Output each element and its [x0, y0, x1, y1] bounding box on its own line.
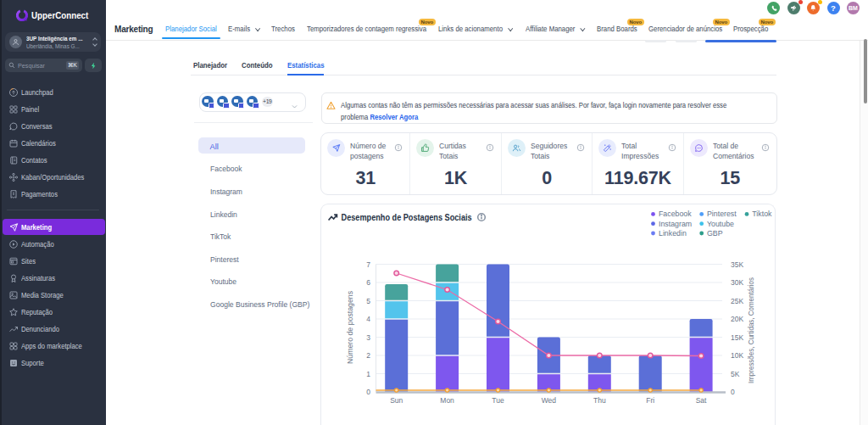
svg-text:5K: 5K [731, 370, 740, 378]
svg-text:7: 7 [366, 260, 370, 269]
svg-text:30K: 30K [731, 278, 743, 287]
svg-text:25K: 25K [731, 297, 743, 305]
svg-text:5: 5 [366, 297, 370, 305]
svg-text:Tue: Tue [492, 396, 504, 405]
svg-text:Pinterest: Pinterest [707, 210, 737, 218]
svg-text:Fri: Fri [646, 396, 654, 405]
svg-text:20K: 20K [731, 315, 743, 323]
svg-text:Linkedin: Linkedin [659, 229, 687, 238]
svg-text:15K: 15K [731, 333, 743, 342]
svg-text:GBP: GBP [707, 229, 723, 238]
svg-text:1: 1 [366, 370, 370, 378]
svg-text:Thu: Thu [593, 396, 606, 405]
svg-text:Instagram: Instagram [659, 220, 692, 228]
svg-text:4: 4 [366, 315, 370, 323]
svg-text:Facebook: Facebook [659, 210, 692, 218]
svg-text:Número de postagens: Número de postagens [346, 290, 354, 364]
svg-text:6: 6 [366, 278, 370, 287]
svg-text:Youtube: Youtube [707, 220, 734, 228]
svg-text:Tiktok: Tiktok [752, 210, 772, 218]
svg-text:0: 0 [366, 388, 370, 396]
svg-text:Impressões, Curtidas, Comentár: Impressões, Curtidas, Comentários [747, 277, 755, 383]
svg-text:Mon: Mon [440, 396, 454, 405]
svg-text:2: 2 [366, 351, 370, 360]
svg-text:Sat: Sat [696, 396, 707, 405]
svg-text:Wed: Wed [542, 396, 557, 405]
svg-text:3: 3 [366, 333, 370, 342]
svg-text:10K: 10K [731, 351, 743, 360]
svg-text:0: 0 [731, 388, 735, 396]
svg-text:35K: 35K [731, 260, 743, 269]
svg-text:Sun: Sun [390, 396, 403, 405]
svg-text:Desempenho de Postagens Sociai: Desempenho de Postagens Sociais [342, 212, 472, 222]
